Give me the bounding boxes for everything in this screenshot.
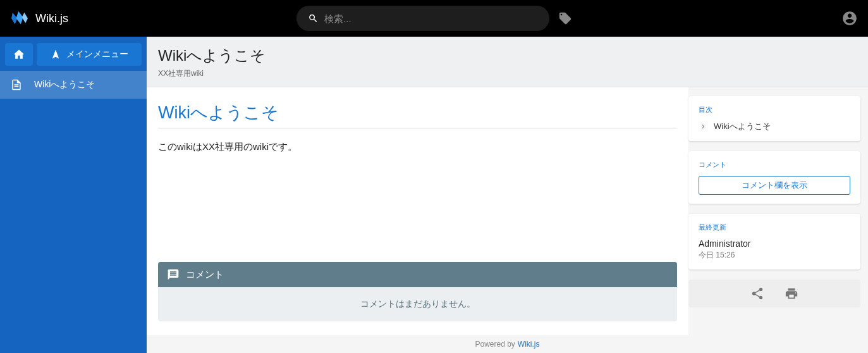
- app-name: Wiki.js: [35, 12, 68, 25]
- search-icon: [308, 13, 319, 24]
- toc-label: 目次: [699, 105, 850, 115]
- page-title: Wikiへようこそ: [158, 46, 857, 66]
- main-menu-label: メインメニュー: [66, 49, 128, 60]
- page-subtitle: XX社専用wiki: [158, 68, 857, 79]
- right-rail: 目次 Wikiへようこそ コメント コメント欄を表示 最終更新 Administ…: [688, 87, 868, 335]
- action-bar: [688, 280, 860, 307]
- account-icon[interactable]: [841, 10, 858, 27]
- article-body: このwikiはXX社専用のwikiです。: [158, 141, 677, 153]
- comments-label: コメント: [186, 269, 224, 281]
- comments-empty: コメントはまだありません。: [158, 287, 677, 321]
- share-icon[interactable]: [750, 287, 764, 300]
- comments-section: コメント コメントはまだありません。: [158, 262, 677, 321]
- logo-area[interactable]: Wiki.js: [10, 10, 68, 27]
- comments-card-label: コメント: [699, 160, 850, 170]
- chevron-right-icon: [699, 122, 707, 131]
- tags-icon[interactable]: [558, 11, 572, 25]
- page-header: Wikiへようこそ XX社専用wiki: [147, 37, 868, 87]
- article: Wikiへようこそ このwikiはXX社専用のwikiです。 コメント コメント…: [147, 87, 688, 335]
- search-box[interactable]: [296, 6, 549, 31]
- show-comments-button[interactable]: コメント欄を表示: [699, 176, 850, 195]
- last-updated-card: 最終更新 Administrator 今日 15:26: [688, 214, 860, 269]
- main-menu-button[interactable]: メインメニュー: [37, 43, 142, 66]
- footer: Powered by Wiki.js: [147, 335, 868, 353]
- updated-time: 今日 15:26: [699, 250, 850, 261]
- sidebar: メインメニュー Wikiへようこそ: [0, 37, 147, 353]
- sidebar-item-welcome[interactable]: Wikiへようこそ: [0, 71, 147, 99]
- toc-item[interactable]: Wikiへようこそ: [699, 121, 850, 132]
- sidebar-item-label: Wikiへようこそ: [34, 79, 95, 90]
- comments-card: コメント コメント欄を表示: [688, 151, 860, 204]
- comment-icon: [167, 268, 180, 281]
- toc-card: 目次 Wikiへようこそ: [688, 96, 860, 141]
- article-heading: Wikiへようこそ: [158, 101, 677, 128]
- app-header: Wiki.js: [0, 0, 868, 37]
- toc-item-label: Wikiへようこそ: [714, 121, 771, 132]
- page-icon: [10, 78, 23, 91]
- home-button[interactable]: [5, 43, 33, 66]
- home-icon: [13, 48, 25, 61]
- footer-link[interactable]: Wiki.js: [518, 340, 540, 349]
- search-input[interactable]: [324, 13, 537, 24]
- navigation-icon: [50, 49, 61, 60]
- wikijs-logo-icon: [10, 10, 29, 27]
- print-icon[interactable]: [785, 287, 798, 300]
- footer-text: Powered by: [475, 340, 515, 349]
- last-updated-label: 最終更新: [699, 223, 850, 232]
- editor-name: Administrator: [699, 238, 850, 249]
